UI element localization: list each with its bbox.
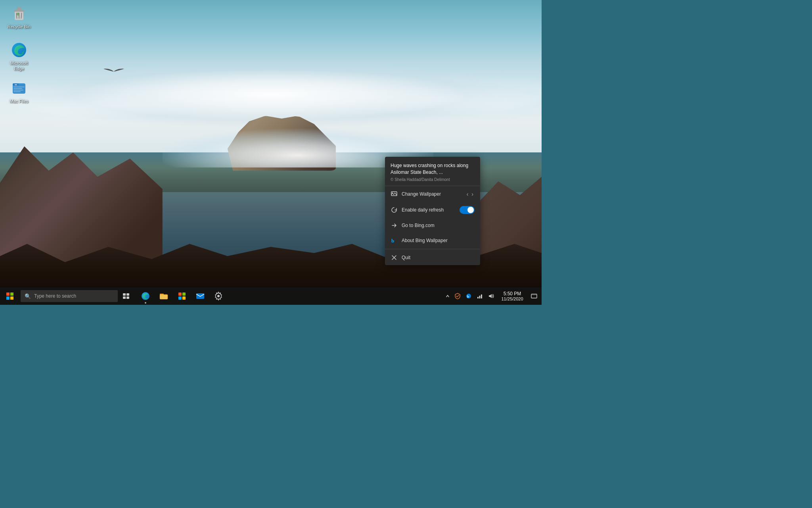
search-icon: 🔍 bbox=[25, 293, 31, 299]
about-bing-label: About Bing Wallpaper bbox=[402, 238, 475, 243]
menu-daily-refresh[interactable]: Enable daily refresh bbox=[385, 202, 480, 218]
menu-header: Huge waves crashing on rocks along Asilo… bbox=[385, 157, 480, 186]
daily-refresh-toggle[interactable] bbox=[460, 206, 475, 214]
quit-label: Quit bbox=[402, 255, 475, 260]
bing-tray-icon: b bbox=[465, 293, 472, 299]
svg-rect-22 bbox=[126, 296, 129, 299]
pinned-store[interactable] bbox=[173, 287, 191, 305]
svg-rect-18 bbox=[10, 296, 13, 300]
settings-app-icon bbox=[214, 291, 223, 301]
svg-rect-15 bbox=[6, 292, 10, 296]
microsoft-edge-image bbox=[10, 41, 28, 59]
network-icon bbox=[477, 293, 483, 299]
volume-icon bbox=[488, 293, 494, 299]
clock-date: 11/25/2020 bbox=[501, 296, 523, 301]
svg-rect-31 bbox=[196, 293, 204, 299]
svg-rect-19 bbox=[123, 293, 126, 296]
pinned-apps bbox=[137, 287, 227, 305]
svg-rect-11 bbox=[15, 84, 17, 85]
task-view-button[interactable] bbox=[118, 287, 135, 305]
svg-rect-21 bbox=[123, 296, 126, 299]
svg-rect-20 bbox=[126, 293, 129, 296]
svg-rect-30 bbox=[182, 296, 186, 300]
chevron-up-icon bbox=[446, 294, 450, 298]
tray-security-icon[interactable] bbox=[452, 287, 463, 305]
svg-text:♻: ♻ bbox=[16, 12, 19, 16]
context-menu: Huge waves crashing on rocks along Asilo… bbox=[385, 157, 480, 265]
svg-rect-39 bbox=[531, 295, 537, 298]
toggle-knob bbox=[467, 207, 474, 213]
pinned-mail[interactable] bbox=[192, 287, 209, 305]
svg-rect-2 bbox=[17, 8, 21, 10]
svg-point-32 bbox=[217, 295, 220, 297]
tray-network-icon[interactable] bbox=[474, 287, 485, 305]
recycle-bin-icon[interactable]: ♻ Recycle Bin bbox=[3, 3, 35, 31]
svg-rect-25 bbox=[160, 294, 168, 299]
svg-text:b: b bbox=[467, 294, 469, 298]
svg-rect-29 bbox=[178, 296, 182, 300]
pinned-files[interactable] bbox=[155, 287, 172, 305]
svg-text:b: b bbox=[391, 238, 394, 244]
svg-rect-36 bbox=[479, 296, 481, 298]
svg-rect-16 bbox=[10, 292, 13, 296]
pinned-settings[interactable] bbox=[210, 287, 227, 305]
go-to-bing-icon bbox=[391, 222, 398, 229]
mail-app-icon bbox=[195, 291, 205, 301]
about-bing-icon: b bbox=[391, 237, 398, 244]
quit-icon bbox=[391, 254, 398, 261]
microsoft-edge-icon[interactable]: Microsoft Edge bbox=[3, 40, 35, 73]
svg-rect-8 bbox=[13, 88, 22, 89]
notification-button[interactable] bbox=[528, 287, 540, 305]
menu-wallpaper-title: Huge waves crashing on rocks along Asilo… bbox=[391, 162, 475, 176]
clock-time: 5:50 PM bbox=[504, 291, 521, 296]
recycle-bin-label: Recycle Bin bbox=[8, 24, 31, 29]
edge-indicator bbox=[145, 302, 146, 304]
daily-refresh-label: Enable daily refresh bbox=[402, 207, 460, 213]
microsoft-edge-label: Microsoft Edge bbox=[5, 60, 33, 72]
menu-about-bing[interactable]: b About Bing Wallpaper bbox=[385, 233, 480, 248]
clock-area[interactable]: 5:50 PM 11/25/2020 bbox=[496, 287, 528, 305]
svg-rect-38 bbox=[531, 294, 537, 298]
svg-point-13 bbox=[392, 192, 393, 193]
store-app-icon bbox=[177, 291, 187, 301]
svg-rect-17 bbox=[6, 296, 10, 300]
task-view-icon bbox=[123, 293, 130, 299]
edge-app-icon bbox=[141, 291, 150, 301]
svg-rect-27 bbox=[178, 292, 182, 296]
change-wallpaper-label: Change Wallpaper bbox=[402, 191, 465, 197]
prev-wallpaper-btn[interactable]: ‹ bbox=[465, 190, 470, 198]
system-tray: b 5:50 PM 11/25/2020 bbox=[443, 287, 542, 305]
menu-wallpaper-credit: © Sheila Haddad/Danita Delimont bbox=[391, 177, 475, 182]
tray-bing-icon[interactable]: b bbox=[463, 287, 474, 305]
show-hidden-icons-btn[interactable] bbox=[443, 287, 452, 305]
mac-files-image bbox=[10, 79, 28, 97]
security-icon bbox=[454, 293, 461, 299]
svg-rect-7 bbox=[13, 87, 25, 87]
taskbar: 🔍 Type here to search bbox=[0, 287, 542, 305]
mac-files-label: Mac Files bbox=[10, 98, 28, 104]
notification-icon bbox=[531, 293, 537, 299]
start-button[interactable] bbox=[0, 287, 20, 305]
menu-change-wallpaper[interactable]: Change Wallpaper ‹ › bbox=[385, 186, 480, 202]
search-placeholder: Type here to search bbox=[34, 293, 76, 299]
go-to-bing-label: Go to Bing.com bbox=[402, 223, 475, 228]
svg-rect-28 bbox=[182, 292, 186, 296]
daily-refresh-icon bbox=[391, 206, 398, 214]
next-wallpaper-btn[interactable]: › bbox=[470, 190, 475, 198]
windows-logo-icon bbox=[6, 292, 13, 300]
search-bar[interactable]: 🔍 Type here to search bbox=[21, 290, 118, 302]
svg-rect-37 bbox=[481, 294, 482, 298]
pinned-edge[interactable] bbox=[137, 287, 154, 305]
files-app-icon bbox=[159, 291, 169, 301]
menu-divider bbox=[385, 249, 480, 249]
menu-go-to-bing[interactable]: Go to Bing.com bbox=[385, 218, 480, 233]
tray-volume-icon[interactable] bbox=[485, 287, 496, 305]
svg-rect-9 bbox=[13, 90, 23, 90]
wallpaper-nav-arrows: ‹ › bbox=[465, 190, 475, 198]
change-wallpaper-icon bbox=[391, 190, 398, 198]
menu-quit[interactable]: Quit bbox=[385, 250, 480, 265]
mac-files-icon[interactable]: Mac Files bbox=[3, 78, 35, 106]
recycle-bin-image: ♻ bbox=[10, 5, 28, 22]
svg-rect-35 bbox=[477, 297, 479, 298]
svg-rect-10 bbox=[13, 91, 21, 92]
